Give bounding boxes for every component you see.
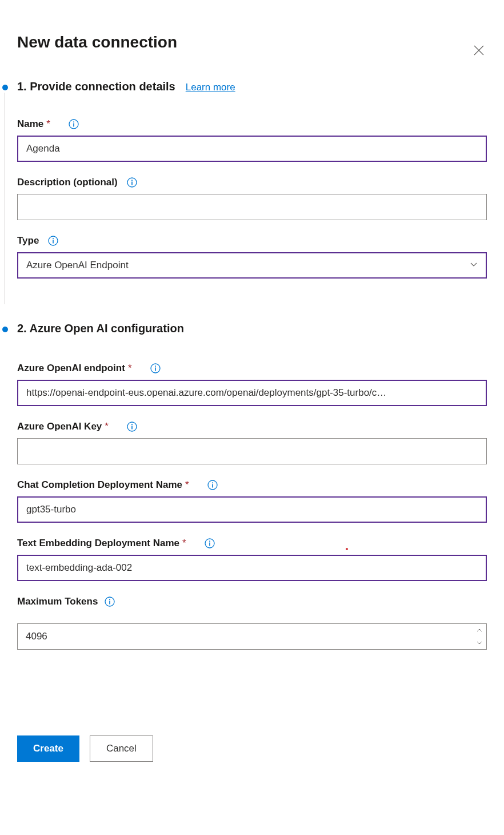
- svg-point-22: [109, 599, 110, 600]
- step-dot-icon: [2, 85, 8, 90]
- step-connector-line: [5, 93, 5, 304]
- step-2-title: 2. Azure Open AI configuration: [17, 322, 184, 335]
- svg-point-7: [53, 238, 54, 239]
- description-input[interactable]: [17, 194, 487, 220]
- step-dot-icon: [2, 327, 8, 332]
- svg-rect-8: [53, 240, 54, 244]
- info-icon[interactable]: [205, 538, 215, 548]
- required-indicator: *: [128, 363, 132, 374]
- required-indicator: *: [46, 118, 50, 130]
- svg-point-1: [73, 121, 74, 122]
- info-icon[interactable]: [127, 177, 137, 188]
- key-input[interactable]: [17, 438, 487, 464]
- info-icon[interactable]: [207, 480, 218, 490]
- chevron-down-icon: [470, 260, 478, 271]
- name-input[interactable]: [17, 136, 487, 162]
- red-dot-indicator: [346, 548, 348, 550]
- svg-point-16: [212, 482, 213, 483]
- svg-rect-2: [73, 124, 74, 127]
- chevron-down-icon: [477, 641, 482, 645]
- cancel-button[interactable]: Cancel: [90, 735, 153, 762]
- page-title: New data connection: [17, 33, 487, 51]
- svg-point-4: [131, 180, 133, 181]
- spinner-down-button[interactable]: [473, 637, 486, 649]
- name-label: Name: [17, 118, 43, 130]
- close-button[interactable]: [472, 43, 486, 57]
- svg-point-13: [131, 424, 133, 425]
- key-label: Azure OpenAI Key: [17, 421, 102, 432]
- chat-deployment-input[interactable]: [17, 496, 487, 523]
- svg-rect-23: [110, 601, 111, 605]
- svg-rect-11: [155, 368, 156, 371]
- required-indicator: *: [185, 479, 189, 491]
- required-indicator: *: [105, 421, 109, 432]
- svg-rect-14: [131, 426, 133, 430]
- info-icon[interactable]: [48, 236, 58, 246]
- embedding-deployment-input[interactable]: [17, 555, 487, 581]
- create-button[interactable]: Create: [17, 735, 79, 762]
- close-icon: [474, 45, 484, 55]
- type-select[interactable]: Azure OpenAI Endpoint: [17, 252, 487, 279]
- type-select-value: Azure OpenAI Endpoint: [26, 260, 129, 271]
- spinner-up-button[interactable]: [473, 624, 486, 637]
- type-label: Type: [17, 235, 39, 246]
- svg-rect-17: [212, 484, 213, 488]
- endpoint-label: Azure OpenAI endpoint: [17, 363, 125, 374]
- chevron-up-icon: [477, 629, 482, 632]
- svg-rect-5: [131, 182, 133, 185]
- svg-rect-20: [209, 543, 210, 546]
- chat-deployment-label: Chat Completion Deployment Name: [17, 479, 182, 491]
- info-icon[interactable]: [69, 119, 79, 129]
- svg-point-19: [209, 540, 210, 542]
- embedding-deployment-label: Text Embedding Deployment Name: [17, 538, 179, 549]
- step-2: 2. Azure Open AI configuration Azure Ope…: [17, 322, 487, 650]
- max-tokens-input[interactable]: [17, 623, 487, 650]
- step-1-title: 1. Provide connection details: [17, 80, 175, 93]
- step-1: 1. Provide connection details Learn more…: [17, 80, 487, 279]
- info-icon[interactable]: [150, 363, 161, 373]
- learn-more-link[interactable]: Learn more: [186, 82, 235, 93]
- max-tokens-label: Maximum Tokens: [17, 596, 98, 607]
- endpoint-input[interactable]: [17, 380, 487, 406]
- info-icon[interactable]: [105, 597, 115, 607]
- description-label: Description (optional): [17, 177, 118, 188]
- svg-point-10: [155, 365, 156, 367]
- required-indicator: *: [182, 538, 186, 549]
- info-icon[interactable]: [127, 422, 137, 432]
